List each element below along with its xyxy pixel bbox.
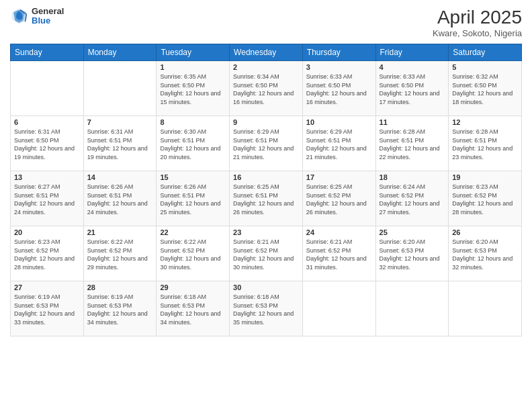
day-number: 11 — [380, 118, 445, 126]
calendar-cell: 7Sunrise: 6:31 AMSunset: 6:51 PMDaylight… — [83, 116, 157, 171]
calendar-cell — [11, 61, 84, 116]
day-info: Sunrise: 6:33 AMSunset: 6:50 PMDaylight:… — [306, 73, 372, 106]
logo: General Blue — [10, 7, 64, 26]
calendar-cell: 10Sunrise: 6:29 AMSunset: 6:51 PMDayligh… — [302, 116, 375, 171]
calendar-cell: 8Sunrise: 6:30 AMSunset: 6:51 PMDaylight… — [157, 116, 230, 171]
day-number: 4 — [380, 63, 445, 71]
calendar-cell: 3Sunrise: 6:33 AMSunset: 6:50 PMDaylight… — [302, 61, 375, 116]
calendar-cell: 17Sunrise: 6:25 AMSunset: 6:52 PMDayligh… — [302, 171, 375, 226]
day-number: 1 — [160, 63, 226, 71]
day-info: Sunrise: 6:28 AMSunset: 6:51 PMDaylight:… — [380, 128, 445, 161]
day-header-tuesday: Tuesday — [157, 44, 230, 61]
calendar-table: SundayMondayTuesdayWednesdayThursdayFrid… — [10, 44, 522, 336]
day-info: Sunrise: 6:31 AMSunset: 6:50 PMDaylight:… — [14, 128, 80, 161]
day-number: 14 — [87, 173, 153, 181]
calendar-cell: 14Sunrise: 6:26 AMSunset: 6:51 PMDayligh… — [83, 171, 157, 226]
day-number: 5 — [452, 63, 518, 71]
logo-general: General — [32, 7, 64, 16]
day-info: Sunrise: 6:30 AMSunset: 6:51 PMDaylight:… — [160, 128, 226, 161]
calendar-cell: 29Sunrise: 6:18 AMSunset: 6:53 PMDayligh… — [157, 281, 230, 336]
calendar-cell: 22Sunrise: 6:22 AMSunset: 6:52 PMDayligh… — [157, 226, 230, 281]
day-number: 22 — [160, 228, 226, 236]
day-info: Sunrise: 6:19 AMSunset: 6:53 PMDaylight:… — [87, 293, 153, 326]
day-info: Sunrise: 6:32 AMSunset: 6:50 PMDaylight:… — [452, 73, 518, 106]
calendar-week-2: 6Sunrise: 6:31 AMSunset: 6:50 PMDaylight… — [11, 116, 522, 171]
day-number: 15 — [160, 173, 226, 181]
day-info: Sunrise: 6:23 AMSunset: 6:52 PMDaylight:… — [14, 238, 80, 271]
day-number: 28 — [87, 283, 153, 291]
day-number: 19 — [452, 173, 518, 181]
day-info: Sunrise: 6:22 AMSunset: 6:52 PMDaylight:… — [87, 238, 153, 271]
day-number: 6 — [14, 118, 80, 126]
calendar-cell: 21Sunrise: 6:22 AMSunset: 6:52 PMDayligh… — [83, 226, 157, 281]
day-number: 20 — [14, 228, 80, 236]
calendar-cell: 27Sunrise: 6:19 AMSunset: 6:53 PMDayligh… — [11, 281, 84, 336]
calendar-week-5: 27Sunrise: 6:19 AMSunset: 6:53 PMDayligh… — [11, 281, 522, 336]
day-info: Sunrise: 6:35 AMSunset: 6:50 PMDaylight:… — [160, 73, 226, 106]
calendar-cell: 9Sunrise: 6:29 AMSunset: 6:51 PMDaylight… — [230, 116, 303, 171]
calendar-cell: 19Sunrise: 6:23 AMSunset: 6:52 PMDayligh… — [449, 171, 522, 226]
calendar-cell: 23Sunrise: 6:21 AMSunset: 6:52 PMDayligh… — [230, 226, 303, 281]
calendar-cell: 2Sunrise: 6:34 AMSunset: 6:50 PMDaylight… — [230, 61, 303, 116]
day-header-thursday: Thursday — [302, 44, 375, 61]
calendar-cell: 25Sunrise: 6:20 AMSunset: 6:53 PMDayligh… — [375, 226, 449, 281]
day-header-sunday: Sunday — [11, 44, 84, 61]
calendar-cell — [302, 281, 375, 336]
calendar-cell: 13Sunrise: 6:27 AMSunset: 6:51 PMDayligh… — [11, 171, 84, 226]
calendar-cell: 11Sunrise: 6:28 AMSunset: 6:51 PMDayligh… — [375, 116, 449, 171]
calendar-cell: 28Sunrise: 6:19 AMSunset: 6:53 PMDayligh… — [83, 281, 157, 336]
day-info: Sunrise: 6:34 AMSunset: 6:50 PMDaylight:… — [233, 73, 299, 106]
calendar-week-1: 1Sunrise: 6:35 AMSunset: 6:50 PMDaylight… — [11, 61, 522, 116]
location: Kware, Sokoto, Nigeria — [433, 28, 522, 38]
day-number: 3 — [306, 63, 372, 71]
day-header-saturday: Saturday — [449, 44, 522, 61]
day-info: Sunrise: 6:18 AMSunset: 6:53 PMDaylight:… — [233, 293, 299, 326]
calendar-cell: 16Sunrise: 6:25 AMSunset: 6:51 PMDayligh… — [230, 171, 303, 226]
calendar-cell: 24Sunrise: 6:21 AMSunset: 6:52 PMDayligh… — [302, 226, 375, 281]
calendar-cell: 26Sunrise: 6:20 AMSunset: 6:53 PMDayligh… — [449, 226, 522, 281]
calendar-cell: 15Sunrise: 6:26 AMSunset: 6:51 PMDayligh… — [157, 171, 230, 226]
day-number: 12 — [452, 118, 518, 126]
day-info: Sunrise: 6:27 AMSunset: 6:51 PMDaylight:… — [14, 183, 80, 216]
day-info: Sunrise: 6:31 AMSunset: 6:51 PMDaylight:… — [87, 128, 153, 161]
day-number: 18 — [380, 173, 445, 181]
day-number: 13 — [14, 173, 80, 181]
day-number: 8 — [160, 118, 226, 126]
calendar-cell: 20Sunrise: 6:23 AMSunset: 6:52 PMDayligh… — [11, 226, 84, 281]
calendar-cell: 1Sunrise: 6:35 AMSunset: 6:50 PMDaylight… — [157, 61, 230, 116]
calendar-cell: 12Sunrise: 6:28 AMSunset: 6:51 PMDayligh… — [449, 116, 522, 171]
calendar-cell: 4Sunrise: 6:33 AMSunset: 6:50 PMDaylight… — [375, 61, 449, 116]
day-header-monday: Monday — [83, 44, 157, 61]
day-info: Sunrise: 6:26 AMSunset: 6:51 PMDaylight:… — [87, 183, 153, 216]
day-info: Sunrise: 6:26 AMSunset: 6:51 PMDaylight:… — [160, 183, 226, 216]
day-info: Sunrise: 6:25 AMSunset: 6:51 PMDaylight:… — [233, 183, 299, 216]
day-number: 9 — [233, 118, 299, 126]
day-number: 27 — [14, 283, 80, 291]
day-info: Sunrise: 6:20 AMSunset: 6:53 PMDaylight:… — [380, 238, 445, 271]
logo-icon — [10, 7, 29, 26]
day-number: 23 — [233, 228, 299, 236]
day-info: Sunrise: 6:33 AMSunset: 6:50 PMDaylight:… — [380, 73, 445, 106]
day-number: 25 — [380, 228, 445, 236]
day-info: Sunrise: 6:25 AMSunset: 6:52 PMDaylight:… — [306, 183, 372, 216]
day-number: 21 — [87, 228, 153, 236]
day-number: 10 — [306, 118, 372, 126]
calendar-cell: 18Sunrise: 6:24 AMSunset: 6:52 PMDayligh… — [375, 171, 449, 226]
day-info: Sunrise: 6:24 AMSunset: 6:52 PMDaylight:… — [380, 183, 445, 216]
day-number: 16 — [233, 173, 299, 181]
header: General Blue April 2025 Kware, Sokoto, N… — [10, 7, 522, 38]
logo-text: General Blue — [32, 7, 64, 26]
day-number: 24 — [306, 228, 372, 236]
day-header-friday: Friday — [375, 44, 449, 61]
day-number: 2 — [233, 63, 299, 71]
day-info: Sunrise: 6:28 AMSunset: 6:51 PMDaylight:… — [452, 128, 518, 161]
calendar-week-3: 13Sunrise: 6:27 AMSunset: 6:51 PMDayligh… — [11, 171, 522, 226]
month-year: April 2025 — [433, 7, 522, 28]
calendar-header-row: SundayMondayTuesdayWednesdayThursdayFrid… — [11, 44, 522, 61]
day-info: Sunrise: 6:20 AMSunset: 6:53 PMDaylight:… — [452, 238, 518, 271]
day-number: 17 — [306, 173, 372, 181]
day-number: 29 — [160, 283, 226, 291]
day-number: 26 — [452, 228, 518, 236]
calendar-week-4: 20Sunrise: 6:23 AMSunset: 6:52 PMDayligh… — [11, 226, 522, 281]
page: General Blue April 2025 Kware, Sokoto, N… — [0, 0, 532, 411]
